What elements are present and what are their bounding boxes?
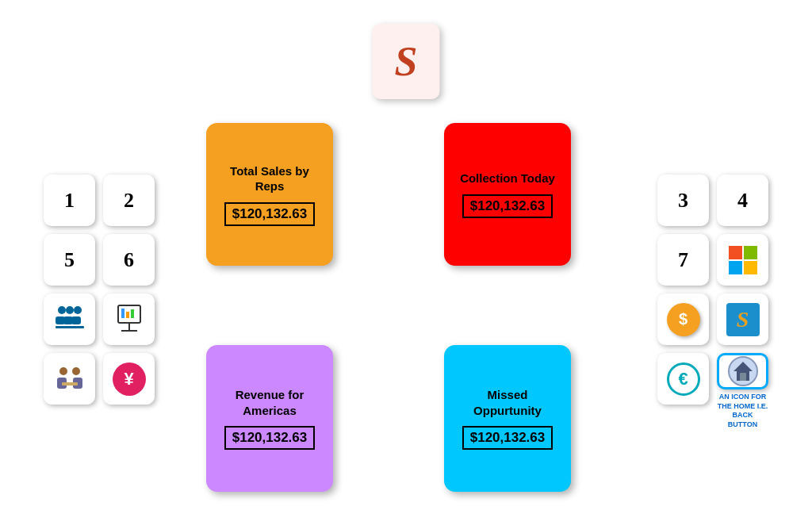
number-6-icon: 6: [111, 242, 147, 278]
svg-rect-20: [740, 373, 746, 381]
number-3-icon: 3: [665, 182, 701, 218]
right-icon-grid: 3 4 7 $ S €: [657, 175, 768, 405]
revenue-title: Revenue for Americas: [217, 387, 322, 418]
right-tile-coin-s[interactable]: S: [717, 293, 768, 345]
total-sales-title: Total Sales by Reps: [217, 163, 322, 194]
svg-point-0: [58, 306, 66, 314]
total-sales-value: $120,132.63: [224, 202, 316, 226]
svg-rect-11: [126, 312, 129, 318]
revenue-value: $120,132.63: [224, 426, 316, 450]
presentation-icon: [112, 302, 147, 337]
right-tile-4[interactable]: 4: [717, 175, 768, 226]
number-4-icon: 4: [725, 182, 760, 218]
missed-title: Missed Oppurtunity: [455, 387, 560, 418]
number-1-icon: 1: [52, 182, 87, 218]
revenue-card[interactable]: Revenue for Americas $120,132.63: [206, 345, 333, 492]
coin-s-icon: S: [726, 303, 760, 336]
svg-point-1: [66, 306, 74, 314]
windows-icon: [729, 246, 757, 274]
left-tile-business[interactable]: [44, 353, 95, 405]
right-tile-home[interactable]: [717, 353, 768, 389]
svg-point-13: [59, 367, 67, 375]
left-tile-presentation[interactable]: [103, 293, 155, 345]
number-2-icon: 2: [111, 182, 147, 218]
number-5-icon: 5: [52, 242, 87, 278]
collection-card[interactable]: Collection Today $120,132.63: [444, 123, 571, 266]
left-tile-2[interactable]: 2: [103, 175, 155, 226]
number-7-icon: 7: [665, 242, 701, 278]
left-tile-6[interactable]: 6: [103, 234, 155, 286]
euro-icon: €: [667, 362, 700, 396]
right-tile-home-container: AN ICON FOR THE HOME I.E. BACK BUTTON: [717, 353, 768, 405]
collection-title: Collection Today: [460, 171, 555, 186]
svg-point-2: [74, 306, 82, 314]
yen-icon: ¥: [113, 362, 146, 396]
right-tile-7[interactable]: 7: [657, 234, 709, 286]
collection-value: $120,132.63: [462, 194, 553, 218]
right-tile-windows[interactable]: [717, 234, 768, 286]
svg-rect-10: [121, 309, 124, 318]
left-tile-1[interactable]: 1: [44, 175, 95, 226]
svg-rect-17: [62, 382, 78, 386]
svg-rect-6: [56, 326, 84, 328]
svg-point-14: [72, 367, 80, 375]
app-logo: S: [373, 24, 440, 99]
left-tile-people[interactable]: [44, 293, 95, 345]
dollar-coin-icon: $: [667, 303, 700, 336]
right-tile-euro[interactable]: €: [657, 353, 709, 405]
people-icon: [52, 302, 87, 337]
home-icon: [727, 355, 759, 387]
right-tile-dollar[interactable]: $: [657, 293, 709, 345]
logo-letter: S: [395, 38, 418, 85]
home-button-label: AN ICON FOR THE HOME I.E. BACK BUTTON: [717, 393, 768, 430]
total-sales-card[interactable]: Total Sales by Reps $120,132.63: [206, 123, 333, 266]
svg-rect-12: [131, 309, 134, 318]
business-people-icon: [52, 362, 87, 397]
missed-value: $120,132.63: [462, 426, 553, 450]
svg-rect-5: [71, 316, 81, 324]
left-tile-5[interactable]: 5: [44, 234, 95, 286]
missed-card[interactable]: Missed Oppurtunity $120,132.63: [444, 345, 571, 492]
left-tile-yen[interactable]: ¥: [103, 353, 155, 405]
right-tile-3[interactable]: 3: [657, 175, 709, 226]
left-icon-grid: 1 2 5 6: [44, 175, 155, 405]
